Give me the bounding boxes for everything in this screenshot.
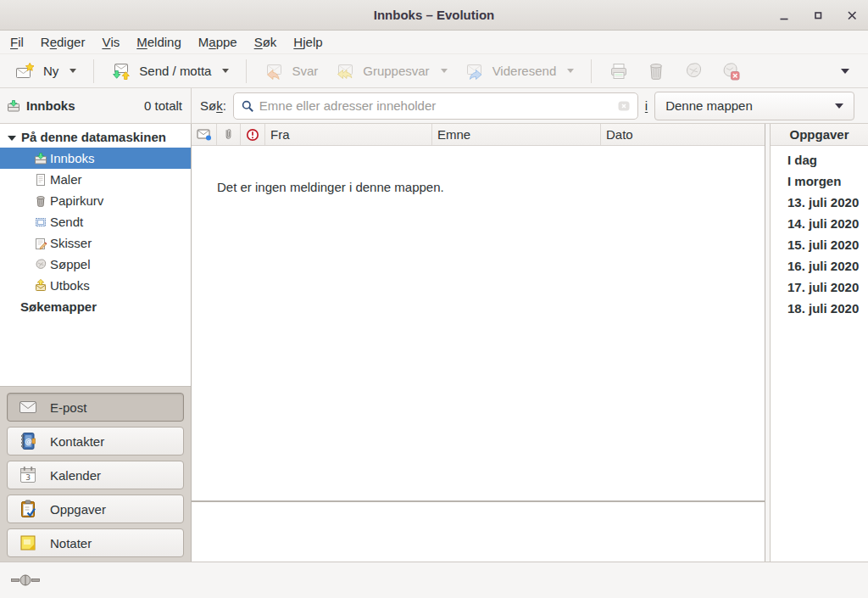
maximize-icon [811, 8, 825, 22]
group-reply-button[interactable]: Gruppesvar [326, 57, 455, 86]
new-mail-icon [15, 61, 36, 81]
not-junk-icon [721, 61, 741, 81]
task-group-date[interactable]: 13. juli 2020 [771, 192, 868, 213]
folder-label: Sendt [50, 215, 83, 229]
print-button[interactable] [600, 57, 637, 86]
toolbar-overflow-icon [841, 69, 849, 74]
switcher-contacts-button[interactable]: @ Kontakter [7, 427, 184, 455]
toolbar-overflow-button[interactable] [826, 57, 861, 86]
folder-label: Innboks [50, 151, 95, 165]
expander-icon[interactable] [8, 136, 16, 141]
search-scope-value: Denne mappen [665, 98, 753, 113]
evolution-window: Innboks – Evolution Fil Rediger Vis Meld… [0, 0, 868, 598]
online-status-button[interactable] [11, 573, 40, 587]
delete-button[interactable] [637, 57, 675, 86]
close-icon [845, 8, 859, 22]
column-label: Emne [437, 127, 470, 142]
message-list[interactable]: Det er ingen meldinger i denne mappen. [192, 146, 765, 500]
menu-vis[interactable]: Vis [93, 31, 128, 53]
column-label: Fra [270, 127, 290, 142]
view-switcher: E-post @ Kontakter 3 Kalender [0, 386, 191, 563]
from-column-header[interactable]: Fra [265, 124, 432, 145]
empty-folder-text: Det er ingen meldinger i denne mappen. [217, 180, 444, 194]
folder-item-sendt[interactable]: Sendt [0, 211, 191, 232]
preview-pane [192, 502, 765, 562]
task-group-tomorrow[interactable]: I morgen [771, 170, 868, 192]
task-group-date[interactable]: 17. juli 2020 [771, 277, 868, 298]
menu-melding[interactable]: Melding [128, 31, 190, 53]
search-input[interactable] [259, 98, 612, 113]
new-message-button[interactable]: Ny [7, 57, 85, 86]
subject-column-header[interactable]: Emne [432, 124, 601, 145]
dropdown-arrow-icon[interactable] [70, 69, 76, 73]
task-group-today[interactable]: I dag [771, 149, 868, 170]
svg-text:3: 3 [25, 473, 31, 482]
date-column-header[interactable]: Dato [601, 124, 765, 145]
switcher-mail-button[interactable]: E-post [7, 393, 184, 422]
priority-icon [246, 128, 259, 142]
menu-fil[interactable]: Fil [2, 31, 32, 53]
chevron-down-icon [835, 103, 843, 109]
minimize-button[interactable] [775, 6, 793, 25]
reply-button[interactable]: Svar [255, 57, 326, 86]
folder-label: Skisser [50, 236, 92, 250]
search-folders-node[interactable]: Søkemapper [0, 296, 191, 317]
switcher-memos-button[interactable]: Notater [7, 528, 184, 557]
switcher-label: Kontakter [50, 434, 104, 449]
search-label: Søk: [200, 98, 226, 113]
toolbar-separator [246, 59, 247, 83]
group-reply-icon [335, 61, 355, 81]
reply-icon [264, 61, 284, 81]
switcher-label: Oppgaver [50, 502, 106, 517]
folder-sidebar: På denne datamaskinen Innboks Maler [0, 124, 192, 562]
task-pane-title: Oppgaver [789, 127, 849, 142]
delete-icon [646, 61, 666, 81]
search-scope-dropdown[interactable]: Denne mappen [654, 92, 854, 120]
toolbar-separator [93, 59, 94, 83]
maximize-button[interactable] [809, 6, 827, 25]
dropdown-arrow-icon[interactable] [222, 69, 229, 73]
dropdown-arrow-icon[interactable] [567, 69, 574, 73]
contacts-icon: @ [18, 431, 38, 451]
online-status-icon [11, 573, 40, 587]
message-list-header: Fra Emne Dato [192, 124, 765, 146]
forward-button[interactable]: Videresend [456, 57, 583, 86]
folder-item-utboks[interactable]: Utboks [0, 275, 191, 296]
close-button[interactable] [843, 6, 861, 25]
mark-junk-button[interactable] [675, 57, 712, 86]
task-group-date[interactable]: 16. juli 2020 [771, 255, 868, 277]
switcher-calendar-button[interactable]: 3 Kalender [7, 461, 184, 489]
trash-icon [34, 194, 47, 208]
message-list-pane: Fra Emne Dato Det er ingen meldinger i d… [192, 124, 765, 562]
folder-item-innboks[interactable]: Innboks [0, 148, 191, 169]
priority-column-header[interactable] [241, 124, 265, 145]
attachment-column-header[interactable] [217, 124, 241, 145]
task-group-date[interactable]: 14. juli 2020 [771, 213, 868, 234]
folder-label: Papirkurv [50, 193, 103, 208]
menu-mappe[interactable]: Mappe [190, 31, 246, 53]
menu-rediger[interactable]: Rediger [32, 31, 94, 53]
column-label: Dato [606, 127, 633, 142]
task-list: I dag I morgen 13. juli 2020 14. juli 20… [771, 146, 868, 562]
dropdown-arrow-icon[interactable] [441, 69, 448, 73]
message-status-column-header[interactable] [192, 124, 217, 145]
menu-hjelp[interactable]: Hjelp [285, 31, 331, 53]
mail-icon [18, 397, 38, 417]
statusbar [0, 562, 868, 598]
clear-search-icon[interactable] [617, 99, 631, 113]
task-group-date[interactable]: 15. juli 2020 [771, 234, 868, 255]
account-node-on-this-computer[interactable]: På denne datamaskinen [0, 126, 191, 148]
forward-label: Videresend [492, 64, 557, 78]
mark-not-junk-button[interactable] [712, 57, 749, 86]
switcher-tasks-button[interactable]: Oppgaver [7, 495, 184, 523]
folder-item-skisser[interactable]: Skisser [0, 232, 191, 254]
folder-item-maler[interactable]: Maler [0, 169, 191, 190]
folder-item-papirkurv[interactable]: Papirkurv [0, 190, 191, 211]
task-group-date[interactable]: 18. juli 2020 [771, 298, 868, 319]
folder-item-soppel[interactable]: Søppel [0, 254, 191, 275]
send-receive-button[interactable]: Send / motta [103, 57, 237, 86]
message-status-icon [197, 128, 212, 141]
new-message-label: Ny [43, 64, 58, 78]
menu-sok[interactable]: Søk [246, 31, 286, 53]
account-label: På denne datamaskinen [21, 130, 166, 144]
